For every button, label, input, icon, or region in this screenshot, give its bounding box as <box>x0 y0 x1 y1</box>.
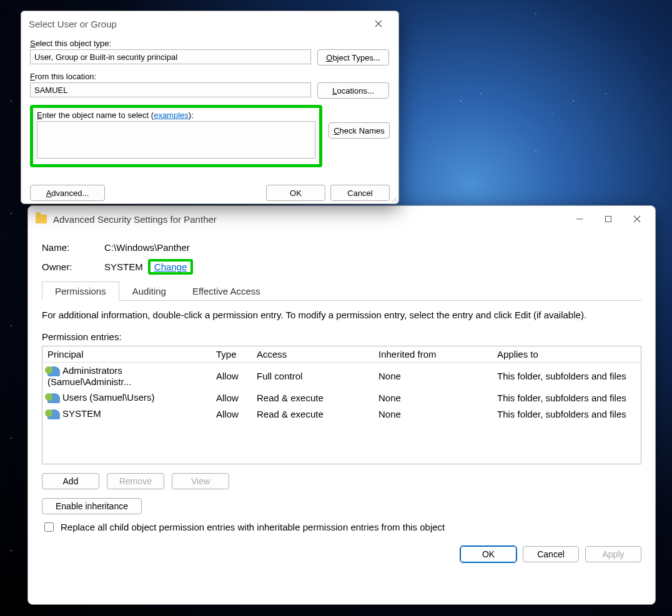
close-button[interactable] <box>623 210 651 228</box>
cell-applies: This folder, subfolders and files <box>492 390 641 406</box>
col-inherited[interactable]: Inherited from <box>373 346 492 362</box>
close-button[interactable] <box>366 15 391 32</box>
folder-icon <box>36 215 47 223</box>
resize-grip-icon[interactable] <box>390 195 397 202</box>
cell-applies: This folder, subfolders and files <box>492 406 641 422</box>
cell-principal: Users (Samuel\Users) <box>62 392 155 403</box>
col-principal[interactable]: Principal <box>42 346 211 362</box>
examples-link[interactable]: examples <box>154 110 189 120</box>
add-button[interactable]: Add <box>42 473 99 489</box>
name-value: C:\Windows\Panther <box>104 242 190 253</box>
svg-rect-1 <box>606 217 611 222</box>
name-label: Name: <box>42 242 104 253</box>
cell-type: Allow <box>211 368 252 384</box>
cell-access: Read & execute <box>252 406 373 422</box>
permission-entries-table[interactable]: Principal Type Access Inherited from App… <box>42 346 641 464</box>
principal-icon <box>47 393 60 403</box>
col-access[interactable]: Access <box>252 346 373 362</box>
cell-type: Allow <box>211 406 252 422</box>
cell-inherited: None <box>373 406 492 422</box>
object-name-label: Enter the object name to select (example… <box>37 110 315 120</box>
change-owner-link[interactable]: Change <box>148 259 194 275</box>
cell-applies: This folder, subfolders and files <box>492 368 641 384</box>
cell-inherited: None <box>373 390 492 406</box>
tab-permissions[interactable]: Permissions <box>42 281 119 301</box>
titlebar[interactable]: Advanced Security Settings for Panther <box>28 206 655 232</box>
cancel-button[interactable]: Cancel <box>523 546 579 562</box>
location-field[interactable] <box>30 82 311 97</box>
col-applies[interactable]: Applies to <box>492 346 641 362</box>
col-type[interactable]: Type <box>211 346 252 362</box>
entries-label: Permission entries: <box>42 331 641 342</box>
cell-principal: SYSTEM <box>62 408 101 419</box>
object-type-field[interactable] <box>30 49 311 64</box>
titlebar[interactable]: Select User or Group <box>21 11 398 36</box>
apply-button[interactable]: Apply <box>585 546 641 562</box>
enable-inheritance-button[interactable]: Enable inheritance <box>42 498 142 514</box>
table-row[interactable]: Users (Samuel\Users)AllowRead & executeN… <box>42 389 641 406</box>
tab-effective-access[interactable]: Effective Access <box>179 281 274 301</box>
minimize-button[interactable] <box>565 210 594 228</box>
table-row[interactable]: SYSTEMAllowRead & executeNoneThis folder… <box>42 406 641 422</box>
tabs: Permissions Auditing Effective Access <box>42 281 641 301</box>
owner-label: Owner: <box>42 262 104 272</box>
ok-button[interactable]: OK <box>266 185 325 201</box>
maximize-button[interactable] <box>594 210 623 228</box>
cancel-button[interactable]: Cancel <box>330 185 390 201</box>
table-header: Principal Type Access Inherited from App… <box>42 346 641 363</box>
cell-access: Read & execute <box>252 390 373 406</box>
remove-button[interactable]: Remove <box>107 473 164 489</box>
dialog-title: Select User or Group <box>29 19 117 29</box>
replace-child-entries-checkbox[interactable]: Replace all child object permission entr… <box>42 521 641 534</box>
locations-button[interactable]: Locations... <box>317 82 389 99</box>
advanced-button[interactable]: Advanced... <box>30 185 105 201</box>
advanced-security-settings-window: Advanced Security Settings for Panther N… <box>27 205 656 605</box>
description-text: For additional information, double-click… <box>42 310 641 320</box>
principal-icon <box>47 366 60 376</box>
replace-child-entries-label: Replace all child object permission entr… <box>61 522 445 532</box>
cell-access: Full control <box>252 368 373 384</box>
cell-inherited: None <box>373 368 492 384</box>
select-user-or-group-dialog: Select User or Group Select this object … <box>21 11 399 204</box>
cell-type: Allow <box>211 390 252 406</box>
owner-value: SYSTEM <box>104 262 143 272</box>
tab-auditing[interactable]: Auditing <box>119 281 179 301</box>
check-names-button[interactable]: Check Names <box>329 122 390 139</box>
object-name-highlight: Enter the object name to select (example… <box>30 105 322 167</box>
ok-button[interactable]: OK <box>460 546 516 562</box>
cell-principal: Administrators (Samuel\Administr... <box>47 365 131 387</box>
location-label: From this location: <box>30 72 390 81</box>
object-types-button[interactable]: Object Types... <box>317 49 389 66</box>
view-button[interactable]: View <box>172 473 229 489</box>
replace-child-entries-input[interactable] <box>44 522 54 532</box>
object-name-input[interactable] <box>37 121 315 159</box>
object-type-label: Select this object type: <box>30 39 390 48</box>
principal-icon <box>47 409 60 419</box>
table-row[interactable]: Administrators (Samuel\Administr...Allow… <box>42 363 641 389</box>
window-title: Advanced Security Settings for Panther <box>53 214 217 225</box>
